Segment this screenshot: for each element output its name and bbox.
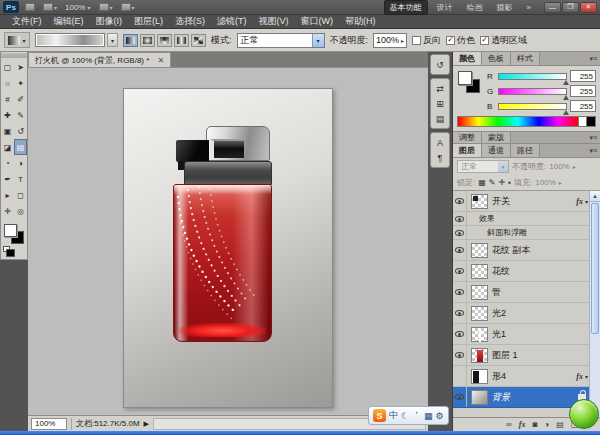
menu-file[interactable]: 文件(F) [6,15,48,28]
quick-selection-tool[interactable]: ✦ [14,75,27,91]
layer-row-pattern[interactable]: 花纹 [453,261,600,282]
tab-styles[interactable]: 样式 [511,52,540,65]
character-panel-icon[interactable]: A [432,135,448,150]
zoom-level-dropdown[interactable]: 100%▾ [63,3,92,12]
reverse-checkbox[interactable]: 反向 [412,34,441,47]
healing-brush-tool[interactable]: ✚ [1,107,14,123]
menu-layer[interactable]: 图层(L) [128,15,169,28]
add-mask-icon[interactable]: ◙ [532,420,537,429]
type-tool[interactable]: T [14,171,27,187]
view-extras-icon[interactable]: ▾ [41,3,59,11]
tab-layers[interactable]: 图层 [453,144,482,157]
foreground-color-swatch[interactable] [4,224,17,237]
sogou-logo[interactable]: S [373,409,386,422]
layer-fx-icon[interactable]: fx [576,372,583,381]
visibility-toggle[interactable] [453,366,467,386]
workspace-photography-button[interactable]: 摄影 [492,1,518,14]
green-value-input[interactable]: 255 [570,85,596,97]
lock-all-icon[interactable]: ▪ [508,178,511,187]
workspace-essentials-button[interactable]: 基本功能 [384,0,428,15]
arrange-documents-icon[interactable]: ▾ [97,3,115,11]
layer-row-pattern-copy[interactable]: 花纹 副本 [453,240,600,261]
scroll-up-icon[interactable]: ▲ [590,191,600,202]
crop-tool[interactable]: # [1,91,14,107]
eraser-tool[interactable]: ◪ [1,139,14,155]
layer-style-icon[interactable]: fx [519,420,526,429]
brush-tool[interactable]: ✎ [14,107,27,123]
pen-tool[interactable]: ✒ [1,171,14,187]
green-slider[interactable] [498,88,567,95]
color-panel-menu-icon[interactable]: ▾≡ [586,52,600,65]
red-slider[interactable] [498,73,567,80]
shape-tool[interactable]: ◻ [14,187,27,203]
layer-thumbnail[interactable] [471,327,488,342]
menu-view[interactable]: 视图(V) [253,15,295,28]
visibility-toggle[interactable] [453,261,467,281]
history-brush-tool[interactable]: ↺ [14,123,27,139]
layer-row-bevel-emboss[interactable]: 斜面和浮雕 [453,226,600,240]
visibility-toggle[interactable] [453,387,467,407]
adjustment-layer-icon[interactable]: ◑ [544,420,549,429]
status-zoom-input[interactable]: 100% [31,418,67,430]
menu-window[interactable]: 窗口(W) [295,15,340,28]
dither-checkbox[interactable]: ✓仿色 [446,34,475,47]
lasso-tool[interactable]: ○ [1,75,14,91]
paragraph-panel-icon[interactable]: ¶ [432,150,448,165]
layer-row-shape4[interactable]: 形4 fx▾ [453,366,600,387]
layer-row-layer1[interactable]: 图层 1 [453,345,600,366]
floating-assistant-ball[interactable] [569,399,599,429]
layer-comps-panel-icon[interactable]: ▤ [432,111,448,126]
menu-filter[interactable]: 滤镜(T) [211,15,253,28]
linear-gradient-button[interactable] [123,34,138,47]
tab-color[interactable]: 颜色 [453,52,482,65]
blue-value-input[interactable]: 255 [570,100,596,112]
layer-opacity-value[interactable]: 100% [549,162,569,171]
layer-fx-icon[interactable]: fx [576,197,583,206]
minimize-button[interactable]: — [544,2,561,13]
layer-thumbnail[interactable] [471,306,488,321]
lock-transparency-icon[interactable]: ▦ [478,178,486,187]
workspace-design-button[interactable]: 设计 [432,1,458,14]
tab-channels[interactable]: 通道 [482,144,511,157]
visibility-toggle[interactable] [453,324,467,344]
dodge-tool[interactable]: ◑ [14,155,27,171]
menu-edit[interactable]: 编辑(E) [48,15,90,28]
tools-panel-header[interactable] [1,53,27,58]
radial-gradient-button[interactable] [140,34,155,47]
document-tab[interactable]: 打火机 @ 100% (背景, RGB/8) * ✕ [28,52,171,67]
lock-position-icon[interactable]: ✛ [499,178,506,187]
panel-foreground-swatch[interactable] [458,71,472,85]
tab-adjustments[interactable]: 调整 [453,132,482,143]
link-layers-icon[interactable]: ∞ [506,420,512,429]
layer-thumbnail[interactable] [471,194,488,209]
tool-preset-picker[interactable]: ▾ [4,32,30,48]
layer-thumbnail[interactable] [471,348,488,363]
red-value-input[interactable]: 255 [570,70,596,82]
fx-collapse-icon[interactable]: ▾ [585,373,588,380]
layer-thumbnail[interactable] [471,243,488,258]
tab-swatches[interactable]: 色板 [482,52,511,65]
angle-gradient-button[interactable] [157,34,172,47]
gradient-tool[interactable]: ▤ [14,139,27,155]
ime-keyboard-icon[interactable]: ▦ [424,411,433,421]
opacity-input[interactable]: 100%▸ [373,33,407,48]
layer-row-effects[interactable]: 效果 [453,212,600,226]
diamond-gradient-button[interactable] [191,34,206,47]
ime-mode-icon[interactable]: ☾ [401,411,409,421]
visibility-toggle[interactable] [453,282,467,302]
zoom-tool[interactable]: ◎ [14,203,27,219]
default-colors-icon[interactable] [3,246,10,252]
ime-lang-icon[interactable]: 中 [389,409,398,422]
workspace-painting-button[interactable]: 绘画 [462,1,488,14]
visibility-toggle[interactable] [453,345,467,365]
hand-tool[interactable]: ✛ [1,203,14,219]
layers-scrollbar[interactable]: ▲ [589,191,600,417]
scrollbar-thumb[interactable] [591,203,599,334]
gradient-preview[interactable] [35,33,105,47]
menu-image[interactable]: 图像(I) [90,15,129,28]
layer-row-tube[interactable]: 管 [453,282,600,303]
actions-panel-icon[interactable]: ⊞ [432,96,448,111]
move-tool[interactable]: ➤ [14,59,27,75]
tab-paths[interactable]: 路径 [511,144,540,157]
clone-stamp-tool[interactable]: ▣ [1,123,14,139]
